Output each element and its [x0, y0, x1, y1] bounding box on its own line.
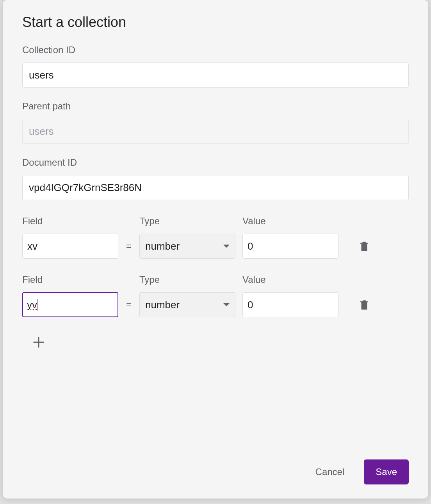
dialog-title: Start a collection	[22, 14, 409, 30]
field-type-select[interactable]: number	[139, 292, 235, 317]
field-name-label: Field	[22, 274, 118, 285]
parent-path-label: Parent path	[22, 101, 409, 112]
field-type-value: number	[145, 240, 180, 252]
delete-field-button[interactable]	[355, 234, 374, 259]
plus-icon	[32, 335, 46, 349]
field-name-label: Field	[22, 216, 118, 227]
delete-field-button[interactable]	[355, 292, 374, 317]
trash-icon	[358, 239, 370, 253]
collection-id-group: Collection ID	[22, 45, 409, 88]
fields-section: Field = Type number Value	[22, 216, 409, 352]
equals-sign: =	[125, 292, 132, 317]
field-type-label: Type	[139, 216, 235, 227]
caret-down-icon	[223, 303, 230, 306]
trash-icon	[358, 298, 370, 312]
field-value-label: Value	[242, 274, 338, 285]
equals-sign: =	[125, 234, 132, 259]
dialog-footer: Cancel Save	[22, 448, 409, 484]
field-value-input[interactable]	[242, 234, 338, 259]
parent-path-input	[22, 119, 409, 144]
field-value-label: Value	[242, 216, 338, 227]
field-type-value: number	[145, 299, 180, 311]
field-row: Field = Type number Value	[22, 216, 409, 259]
save-button[interactable]: Save	[364, 459, 409, 484]
field-value-input[interactable]	[242, 292, 338, 317]
field-type-label: Type	[139, 274, 235, 285]
document-id-group: Document ID	[22, 157, 409, 200]
collection-id-input[interactable]	[22, 63, 409, 88]
field-name-input[interactable]	[22, 234, 118, 259]
field-row: Field yv = Type number Value	[22, 274, 409, 317]
field-type-select[interactable]: number	[139, 234, 235, 259]
document-id-label: Document ID	[22, 157, 409, 168]
collection-id-label: Collection ID	[22, 45, 409, 55]
add-field-button[interactable]	[29, 333, 48, 352]
parent-path-group: Parent path	[22, 101, 409, 144]
start-collection-dialog: Start a collection Collection ID Parent …	[3, 0, 428, 499]
cancel-button[interactable]: Cancel	[312, 461, 348, 483]
caret-down-icon	[223, 245, 230, 248]
document-id-input[interactable]	[22, 175, 409, 200]
text-caret	[37, 299, 37, 311]
field-name-input[interactable]: yv	[22, 292, 118, 317]
